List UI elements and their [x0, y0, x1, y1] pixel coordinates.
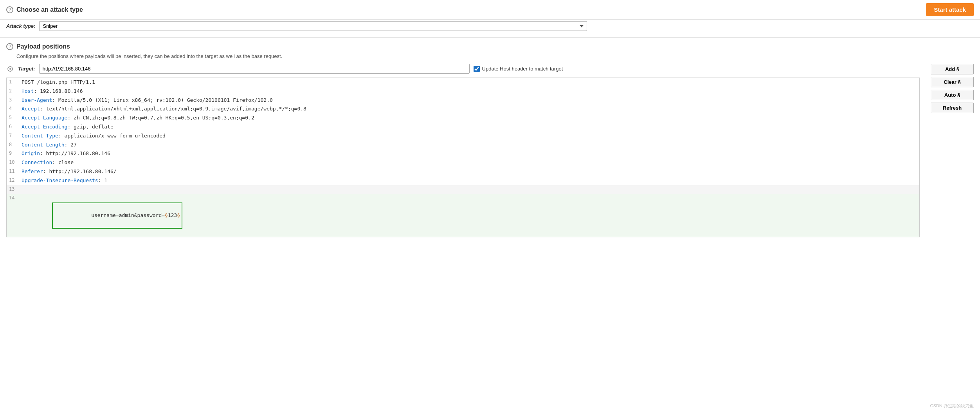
request-line-payload: 14 username=admin&password=§123§	[7, 194, 919, 237]
request-line: 9 Origin: http://192.168.80.146	[7, 149, 919, 158]
request-line: 13	[7, 185, 919, 194]
request-line: 1 POST /login.php HTTP/1.1	[7, 78, 919, 87]
start-attack-button[interactable]: Start attack	[926, 3, 974, 16]
target-label: Target:	[18, 66, 35, 72]
request-line: 6 Accept-Encoding: gzip, deflate	[7, 123, 919, 132]
request-line: 7 Content-Type: application/x-www-form-u…	[7, 132, 919, 141]
target-settings-icon[interactable]	[6, 65, 14, 73]
request-line: 5 Accept-Language: zh-CN,zh;q=0.8,zh-TW;…	[7, 114, 919, 123]
attack-type-row: Attack type: Sniper Battering ram Pitchf…	[0, 20, 980, 36]
target-input[interactable]	[39, 64, 470, 74]
payload-help-icon[interactable]: ?	[6, 43, 13, 50]
payload-positions-desc: Configure the positions where payloads w…	[0, 52, 980, 64]
request-line: 3 User-Agent: Mozilla/5.0 (X11; Linux x8…	[7, 96, 919, 105]
request-line: 12 Upgrade-Insecure-Requests: 1	[7, 176, 919, 185]
help-icon[interactable]: ?	[6, 6, 13, 13]
payload-positions-header: ? Payload positions	[0, 39, 980, 52]
request-line: 10 Connection: close	[7, 158, 919, 167]
update-host-label[interactable]: Update Host header to match target	[474, 66, 563, 72]
payload-positions-title: Payload positions	[16, 43, 70, 50]
request-editor: 1 POST /login.php HTTP/1.1 2 Host: 192.1…	[6, 78, 920, 237]
auto-button[interactable]: Auto §	[931, 90, 974, 100]
clear-button[interactable]: Clear §	[931, 77, 974, 87]
request-line: 8 Content-Length: 27	[7, 141, 919, 150]
page-title: Choose an attack type	[16, 6, 83, 13]
refresh-button[interactable]: Refresh	[931, 103, 974, 113]
attack-type-select[interactable]: Sniper Battering ram Pitchfork Cluster b…	[39, 21, 587, 31]
request-line: 11 Referer: http://192.168.80.146/	[7, 167, 919, 176]
update-host-checkbox[interactable]	[474, 66, 480, 72]
svg-point-1	[9, 68, 11, 70]
add-button[interactable]: Add §	[931, 64, 974, 74]
request-line: 2 Host: 192.168.80.146	[7, 87, 919, 96]
attack-type-label: Attack type:	[6, 23, 35, 29]
target-row: Target: Update Host header to match targ…	[6, 64, 920, 74]
request-line: 4 Accept: text/html,application/xhtml+xm…	[7, 105, 919, 114]
divider	[0, 37, 980, 38]
right-panel: Add § Clear § Auto § Refresh	[931, 64, 974, 113]
top-bar: ? Choose an attack type Start attack	[0, 0, 980, 20]
